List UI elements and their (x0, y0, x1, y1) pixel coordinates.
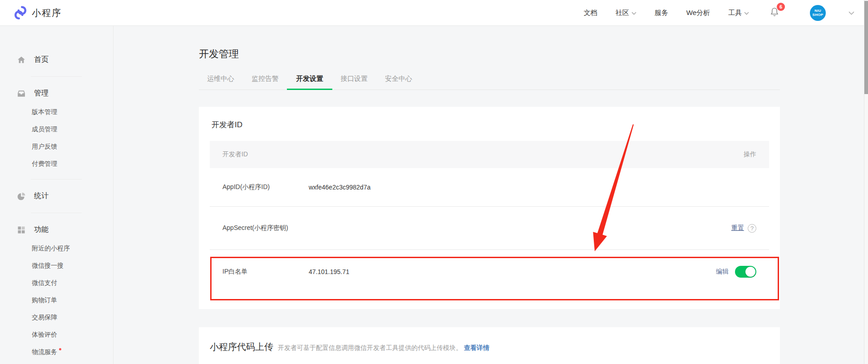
account-avatar[interactable]: NiU SHOP (810, 5, 826, 21)
sidebar-item-wechat-pay[interactable]: 微信支付 (0, 274, 113, 292)
notification-badge: 6 (777, 3, 785, 11)
tab-bar: 运维中心 监控告警 开发设置 接口设置 安全中心 (199, 75, 780, 90)
developer-id-title: 开发者ID (210, 107, 769, 130)
code-upload-description: 开发者可基于配置信息调用微信开发者工具提供的代码上传模块。 (278, 344, 462, 352)
sidebar: 首页 管理 版本管理 成员管理 用户反馈 付费管理 统计 (0, 26, 113, 364)
page-scrollbar (864, 0, 868, 364)
tab-api-settings[interactable]: 接口设置 (331, 75, 377, 90)
tab-monitor-alert[interactable]: 监控告警 (242, 75, 288, 90)
appid-value: wxfe46e2c3c9982d7a (309, 184, 370, 191)
top-nav: 文档 社区 服务 We分析 工具 6 NiU SHOP (584, 5, 854, 21)
home-icon (17, 55, 26, 65)
sidebar-item-features[interactable]: 功能 (0, 219, 113, 240)
nav-we-analytics[interactable]: We分析 (686, 9, 710, 17)
sidebar-item-user-feedback[interactable]: 用户反馈 (0, 138, 113, 155)
chevron-down-icon (744, 12, 749, 15)
ip-whitelist-toggle[interactable] (735, 266, 756, 278)
page-title: 开发管理 (199, 47, 868, 61)
appid-label: AppID(小程序ID) (222, 183, 309, 191)
ip-whitelist-label: IP白名单 (222, 268, 309, 276)
sidebar-item-manage[interactable]: 管理 (0, 83, 113, 104)
appsecret-label: AppSecret(小程序密钥) (222, 224, 309, 232)
help-question-icon[interactable]: ? (748, 224, 756, 233)
table-row-ip-whitelist: IP白名单 47.101.195.71 编辑 (210, 250, 769, 293)
sidebar-item-member-manage[interactable]: 成员管理 (0, 121, 113, 138)
tab-dev-settings[interactable]: 开发设置 (287, 75, 332, 90)
top-header: 小程序 文档 社区 服务 We分析 工具 6 (0, 0, 868, 26)
nav-community[interactable]: 社区 (616, 9, 636, 17)
notification-bell[interactable]: 6 (769, 6, 780, 19)
table-row-appid: AppID(小程序ID) wxfe46e2c3c9982d7a (210, 168, 769, 207)
nav-docs[interactable]: 文档 (584, 9, 597, 17)
tab-security-center[interactable]: 安全中心 (376, 75, 421, 90)
nav-tools[interactable]: 工具 (728, 9, 749, 17)
miniprogram-logo-icon (14, 6, 27, 20)
table-header-developer-id: 开发者ID (222, 150, 248, 159)
sidebar-item-shopping-orders[interactable]: 购物订单 (0, 292, 113, 309)
sidebar-item-wechat-search[interactable]: 微信搜一搜 (0, 257, 113, 274)
sidebar-item-statistics[interactable]: 统计 (0, 186, 113, 206)
account-menu-chevron-icon[interactable] (848, 9, 854, 17)
chevron-down-icon (631, 12, 636, 15)
app-title: 小程序 (32, 7, 62, 19)
code-upload-title: 小程序代码上传 (210, 341, 273, 353)
sidebar-item-home[interactable]: 首页 (0, 50, 113, 70)
scrollbar-thumb[interactable] (864, 1, 868, 94)
red-dot-badge (59, 348, 61, 350)
developer-id-card: 开发者ID 开发者ID 操作 AppID(小程序ID) wxfe46e2c3c9… (199, 107, 780, 309)
sidebar-item-payment-manage[interactable]: 付费管理 (0, 155, 113, 173)
main-content: 开发管理 运维中心 监控告警 开发设置 接口设置 安全中心 开发者ID 开发者I… (113, 26, 868, 364)
toggle-knob (745, 267, 755, 277)
divider (31, 213, 82, 213)
sidebar-item-transaction-guarantee[interactable]: 交易保障 (0, 309, 113, 326)
sidebar-item-logistics-service[interactable]: 物流服务 (0, 344, 113, 361)
divider (31, 179, 82, 180)
grid-icon (17, 225, 26, 234)
divider (31, 76, 82, 77)
sidebar-item-experience-rating[interactable]: 体验评价 (0, 326, 113, 344)
pie-chart-icon (17, 192, 26, 201)
edit-ip-whitelist-link[interactable]: 编辑 (716, 268, 729, 276)
nav-services[interactable]: 服务 (655, 9, 668, 17)
table-header-actions: 操作 (744, 150, 756, 159)
sidebar-item-nearby-miniprogram[interactable]: 附近的小程序 (0, 240, 113, 257)
view-details-link[interactable]: 查看详情 (464, 344, 489, 352)
inbox-icon (17, 89, 26, 98)
ip-whitelist-value: 47.101.195.71 (309, 268, 350, 275)
app-logo[interactable]: 小程序 (14, 6, 62, 20)
table-row-appsecret: AppSecret(小程序密钥) 重置 ? (210, 207, 769, 250)
tab-ops-center[interactable]: 运维中心 (198, 75, 243, 90)
table-header: 开发者ID 操作 (210, 141, 769, 168)
sidebar-item-version-manage[interactable]: 版本管理 (0, 104, 113, 121)
code-upload-card: 小程序代码上传 开发者可基于配置信息调用微信开发者工具提供的代码上传模块。 查看… (199, 327, 780, 364)
sidebar-item-hardware-device[interactable]: 硬件设备 (0, 361, 113, 364)
reset-appsecret-link[interactable]: 重置 (731, 224, 744, 232)
